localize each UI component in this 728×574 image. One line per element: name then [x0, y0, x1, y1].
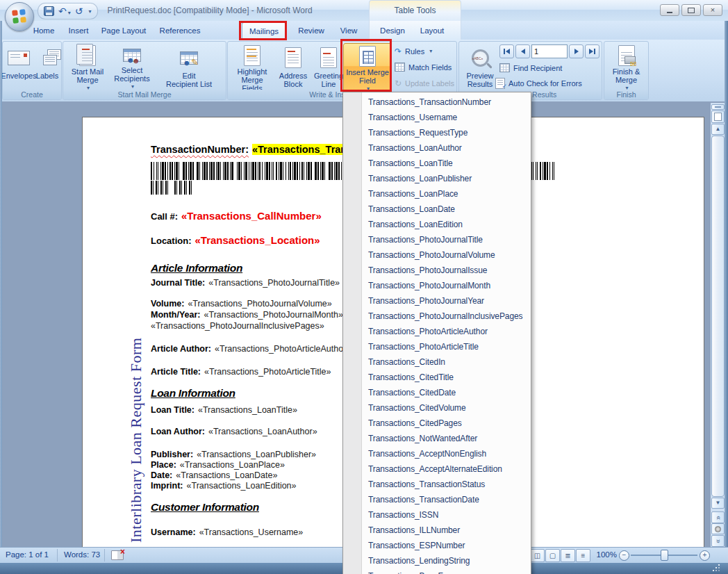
tab-page-layout[interactable]: Page Layout [98, 23, 149, 39]
merge-field-menu-item[interactable]: Transactions_LoanTitle [362, 156, 531, 171]
scroll-up-arrow-icon[interactable]: ▲ [711, 124, 725, 135]
merge-field-menu-item[interactable]: Transactions_LendingString [362, 553, 531, 568]
zoom-slider-thumb[interactable] [661, 550, 668, 561]
undo-icon[interactable]: ↶▾ [58, 6, 71, 16]
group-create: Envelopes Labels Create [2, 41, 62, 100]
title-bar: ↶▾ ↺ ▾ PrintRequest.doc [Compatibility M… [0, 0, 728, 22]
start-mail-merge-button[interactable]: Start Mail Merge▾ [67, 43, 108, 91]
address-block-icon [285, 45, 301, 70]
zoom-level[interactable]: 100% [597, 550, 617, 559]
office-button[interactable] [5, 2, 34, 31]
greeting-line-button[interactable]: Greeting Line [312, 43, 345, 91]
page-indicator[interactable]: Page: 1 of 1 [6, 550, 49, 559]
qat-customize-icon[interactable]: ▾ [88, 8, 91, 15]
customer-information-heading: Customer Information [151, 501, 259, 514]
tab-review[interactable]: Review [295, 23, 328, 39]
minimize-button[interactable] [660, 4, 679, 16]
merge-field-menu-item[interactable]: Transactions_Username [362, 110, 531, 125]
ruler-toggle-button[interactable] [711, 110, 725, 123]
save-icon[interactable] [44, 6, 54, 16]
merge-field-menu-item[interactable]: Transactions_PhotoJournalMonth [362, 278, 531, 293]
tab-mailings[interactable]: Mailings [242, 22, 286, 40]
barcode-fragment [151, 181, 169, 195]
tab-references[interactable]: References [155, 23, 205, 39]
next-record-button[interactable] [569, 44, 584, 58]
tab-layout[interactable]: Layout [415, 23, 449, 39]
envelopes-button[interactable]: Envelopes [3, 43, 34, 91]
merge-field-menu-item[interactable]: Transactions_ESPNumber [362, 538, 531, 553]
address-block-button[interactable]: Address Block [275, 43, 311, 91]
greeting-line-icon [320, 45, 337, 70]
merge-field-menu-item[interactable]: Transactions_LoanPublisher [362, 171, 531, 186]
merge-field-menu-item[interactable]: Transactions_CitedVolume [362, 400, 531, 416]
merge-field-menu-item[interactable]: Transactions_LoanDate [362, 202, 531, 217]
merge-field-menu-item[interactable]: Transactions_PhotoJournalTitle [362, 232, 531, 247]
select-recipients-button[interactable]: ☻☻ Select Recipients▾ [110, 43, 154, 91]
tab-view[interactable]: View [335, 23, 363, 39]
redo-icon[interactable]: ↺ [75, 6, 83, 16]
merge-field-menu-item[interactable]: Transactions_ILLNumber [362, 523, 531, 538]
merge-field-menu-item[interactable]: Transactions_LoanEdition [362, 217, 531, 232]
merge-field-menu-item[interactable]: Transactions_PhotoArticleAuthor [362, 324, 531, 339]
chevron-down-icon: ▾ [429, 48, 432, 54]
finish-merge-button[interactable]: ✉ Finish & Merge▾ [607, 43, 645, 91]
tab-design[interactable]: Design [375, 23, 410, 39]
edit-recipient-list-button[interactable]: ☻✎ Edit Recipient List [155, 43, 223, 91]
merge-field-menu-item[interactable]: Transactions_PhotoJournalInclusivePages [362, 309, 531, 324]
proofing-errors-icon[interactable] [111, 550, 124, 560]
highlight-merge-fields-button[interactable]: Highlight Merge Fields [231, 43, 274, 91]
maximize-button[interactable] [681, 4, 701, 16]
merge-field-menu-item[interactable]: Transactions_PhotoArticleTitle [362, 339, 531, 354]
word-count[interactable]: Words: 73 [64, 550, 100, 559]
month-year-line: Month/Year:«Transactions_PhotoJournalMon… [151, 310, 343, 320]
full-screen-reading-view-icon[interactable]: ◫ [530, 549, 545, 562]
merge-field-menu-item[interactable]: Transactions_TransactionStatus [362, 477, 531, 492]
merge-field-menu-item[interactable]: Transactions_AcceptNonEnglish [362, 446, 531, 461]
merge-field-menu-item[interactable]: Transactions_LoanAuthor [362, 140, 531, 156]
first-record-button[interactable] [499, 44, 514, 58]
last-record-button[interactable] [585, 44, 599, 58]
merge-field-menu-item[interactable]: Transactions_CitedDate [362, 385, 531, 400]
zoom-out-icon[interactable]: − [619, 550, 629, 561]
merge-field-menu-item[interactable]: Transactions_PhotoJournalIssue [362, 263, 531, 278]
merge-field-menu-item[interactable]: Transactions_ISSN [362, 507, 531, 523]
preview-results-button[interactable]: «ABC» Preview Results [462, 43, 498, 91]
merge-field-menu-item[interactable]: Transactions_BaseFee [362, 568, 531, 574]
record-number-input[interactable]: 1 [531, 44, 568, 58]
select-browse-object-button[interactable] [711, 523, 725, 534]
match-fields-button[interactable]: Match Fields [395, 60, 452, 74]
previous-page-button[interactable]: « [711, 511, 725, 523]
tab-insert[interactable]: Insert [65, 23, 92, 39]
merge-field-menu-item[interactable]: Transactions_CitedTitle [362, 370, 531, 385]
find-recipient-button[interactable]: Find Recipient [499, 61, 562, 74]
scrollbar-thumb[interactable] [711, 136, 725, 497]
tab-home[interactable]: Home [29, 23, 58, 39]
outline-view-icon[interactable]: ≣ [561, 549, 575, 562]
labels-button[interactable]: Labels [35, 43, 60, 91]
merge-field-menu-item[interactable]: Transactions_TransactionDate [362, 492, 531, 507]
merge-field-menu-item[interactable]: Transactions_LoanPlace [362, 186, 531, 202]
auto-check-errors-button[interactable]: ✓ Auto Check for Errors [495, 76, 582, 90]
zoom-in-icon[interactable]: + [700, 550, 710, 561]
insert-merge-field-button[interactable]: Insert Merge Field▾ [343, 43, 392, 94]
merge-field-menu-item[interactable]: Transactions_AcceptAlternateEdition [362, 461, 531, 477]
draft-view-icon[interactable]: ≡ [576, 549, 590, 562]
split-handle[interactable] [711, 104, 725, 110]
previous-record-button[interactable] [515, 44, 530, 58]
scroll-down-arrow-icon[interactable]: ▼ [711, 498, 725, 509]
highlight-merge-fields-icon [244, 45, 260, 66]
merge-field-menu-item[interactable]: Transactions_CitedPages [362, 416, 531, 431]
merge-field-menu-item[interactable]: Transactions_PhotoJournalYear [362, 293, 531, 309]
merge-field-menu-item[interactable]: Transactions_PhotoJournalVolume [362, 247, 531, 263]
rules-button[interactable]: ↷ Rules▾ [395, 44, 432, 58]
merge-field-menu-item[interactable]: Transactions_NotWantedAfter [362, 431, 531, 446]
merge-field-menu-item[interactable]: Transactions_CitedIn [362, 354, 531, 370]
resize-grip[interactable] [718, 564, 726, 572]
update-labels-button[interactable]: ↻ Update Labels [395, 76, 454, 90]
merge-field-menu-item[interactable]: Transactions_RequestType [362, 125, 531, 140]
next-page-button[interactable]: « [711, 535, 725, 547]
merge-field-menu-item[interactable]: Transactions_TransactionNumber [362, 95, 531, 110]
window-title: PrintRequest.doc [Compatibility Mode] - … [92, 6, 328, 15]
web-layout-view-icon[interactable]: ▢ [545, 549, 560, 562]
close-button[interactable]: × [703, 4, 722, 16]
